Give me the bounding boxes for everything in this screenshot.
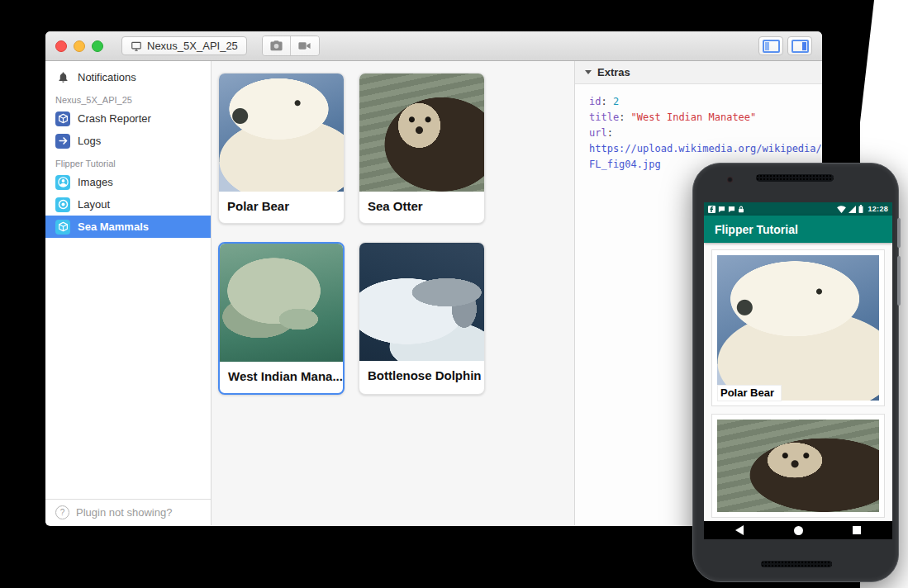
card-polar-bear[interactable]: Polar Bear	[218, 73, 345, 224]
camera-icon	[269, 39, 283, 53]
card-west-indian-mana[interactable]: West Indian Mana...	[218, 242, 345, 395]
sidebar-item-label: Notifications	[78, 71, 136, 83]
minimize-button[interactable]	[74, 40, 85, 52]
close-button[interactable]	[55, 40, 67, 52]
extras-code: id: 2title: "West Indian Manatee"url:htt…	[575, 84, 822, 173]
code-line: url:	[589, 126, 822, 141]
sidebar-item-sea-mammals[interactable]: Sea Mammals	[45, 216, 211, 238]
monitor-icon	[131, 40, 142, 52]
extras-header[interactable]: Extras	[575, 61, 822, 84]
video-camera-icon	[297, 39, 311, 53]
sidebar-item-crash-reporter[interactable]: Crash Reporter	[45, 107, 211, 130]
card-sea-otter[interactable]: Sea Otter	[359, 73, 485, 224]
back-icon	[735, 525, 744, 535]
chat-icon	[718, 206, 725, 213]
sidebar-item-logs[interactable]: Logs	[45, 130, 211, 152]
card-title: Bottlenose Dolphin	[359, 361, 484, 392]
plugin-list: NotificationsNexus_5X_API_25Crash Report…	[45, 61, 211, 499]
phone-nav-bar	[704, 521, 892, 539]
manatee-image	[220, 244, 343, 362]
volume-button	[897, 256, 901, 306]
phone-app-title: Flipper Tutorial	[715, 223, 798, 236]
signal-icon	[849, 206, 856, 213]
code-line: https://upload.wikimedia.org/wikipedia/c…	[589, 141, 822, 157]
lock-icon	[738, 206, 744, 213]
capture-button-group	[262, 36, 320, 56]
phone-clock: 12:28	[868, 205, 888, 213]
phone-app-bar: Flipper Tutorial	[704, 216, 892, 243]
cube-icon	[55, 220, 70, 235]
sidebar-item-label: Crash Reporter	[78, 112, 151, 125]
code-line: title: "West Indian Manatee"	[589, 110, 822, 126]
phone-card-1	[711, 414, 885, 518]
phone-card-polar-bear: Polar Bear	[711, 249, 885, 406]
target-icon	[55, 197, 70, 212]
toggle-left-sidebar-button[interactable]	[758, 36, 783, 55]
card-title: Sea Otter	[359, 192, 484, 223]
toggle-right-sidebar-button[interactable]	[787, 36, 812, 55]
sidebar-item-notifications[interactable]: Notifications	[45, 66, 211, 88]
sea-otter-image	[717, 420, 879, 512]
code-line: id: 2	[589, 94, 822, 110]
phone-status-bar: 12:28	[704, 202, 892, 216]
device-selector[interactable]: Nexus_5X_API_25	[121, 36, 247, 55]
home-icon	[794, 526, 803, 535]
power-button	[897, 218, 901, 248]
right-panel-icon	[792, 40, 809, 53]
android-phone: 12:28 Flipper Tutorial Polar Bear	[692, 163, 899, 582]
battery-icon	[858, 205, 863, 213]
left-panel-icon	[763, 40, 780, 53]
zoom-button[interactable]	[92, 40, 103, 52]
front-camera-icon	[727, 177, 733, 183]
plugin-sidebar: NotificationsNexus_5X_API_25Crash Report…	[45, 61, 212, 525]
card-grid: Polar BearSea OtterWest Indian Mana...Bo…	[218, 73, 574, 395]
screen-record-button[interactable]	[291, 36, 319, 55]
phone-card-list: Polar Bear	[704, 243, 892, 521]
card-bottlenose-dolphin[interactable]: Bottlenose Dolphin	[359, 242, 485, 395]
sidebar-item-images[interactable]: Images	[45, 171, 211, 193]
sidebar-item-layout[interactable]: Layout	[45, 193, 211, 216]
sidebar-section-flipper-tutorial: Flipper Tutorial	[45, 152, 211, 171]
facebook-icon	[708, 206, 715, 213]
arrow-right-icon	[55, 134, 70, 149]
sidebar-item-label: Layout	[78, 198, 110, 211]
bottom-speaker	[761, 561, 832, 567]
plugin-help-link[interactable]: ? Plugin not showing?	[45, 499, 211, 525]
panel-toggle-group	[758, 36, 812, 55]
person-circle-icon	[55, 175, 70, 190]
wifi-icon	[837, 206, 846, 213]
sea-mammals-plugin-content: Polar BearSea OtterWest Indian Mana...Bo…	[212, 61, 575, 525]
recents-icon	[853, 526, 861, 534]
plugin-help-label: Plugin not showing?	[76, 506, 172, 519]
screenshot-button[interactable]	[263, 36, 291, 55]
polar-bear-image	[717, 255, 879, 401]
device-name: Nexus_5X_API_25	[147, 40, 238, 52]
polar-bear-image	[219, 74, 344, 192]
sea-otter-image	[359, 74, 484, 192]
chat-icon	[728, 206, 735, 213]
sidebar-item-label: Sea Mammals	[78, 220, 149, 233]
phone-card-label: Polar Bear	[717, 385, 782, 401]
earpiece-speaker	[756, 174, 834, 182]
sidebar-item-label: Images	[78, 176, 113, 188]
dolphin-image	[359, 243, 484, 361]
window-titlebar: Nexus_5X_API_25	[45, 31, 822, 61]
help-circle-icon: ?	[55, 505, 69, 519]
phone-screen: 12:28 Flipper Tutorial Polar Bear	[704, 202, 892, 539]
chevron-down-icon	[585, 70, 592, 74]
sidebar-item-label: Logs	[78, 135, 101, 147]
card-title: Polar Bear	[219, 192, 344, 223]
card-title: West Indian Mana...	[220, 362, 343, 393]
cube-icon	[55, 111, 70, 126]
extras-title: Extras	[597, 66, 630, 78]
sidebar-section-nexus-5x-api-25: Nexus_5X_API_25	[45, 88, 211, 107]
bell-icon	[55, 70, 70, 85]
